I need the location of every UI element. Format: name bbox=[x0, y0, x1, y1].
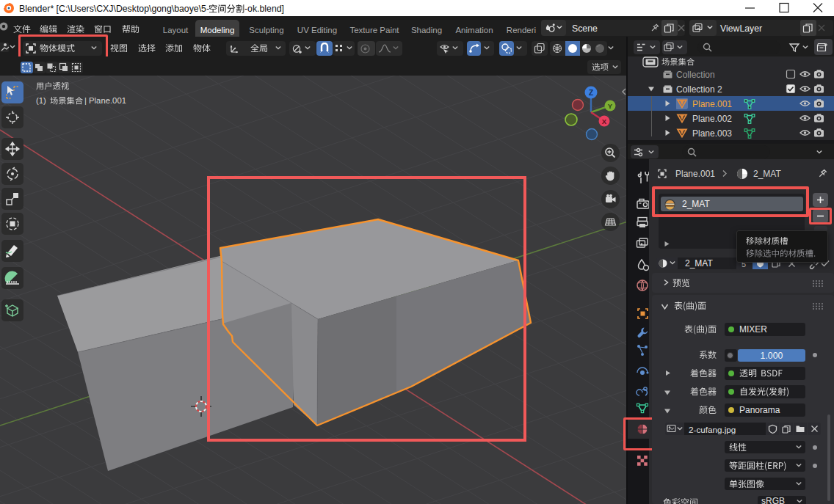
svg-text:Z: Z bbox=[589, 89, 593, 97]
svg-text:X: X bbox=[602, 117, 607, 125]
svg-text:Y: Y bbox=[608, 102, 613, 110]
